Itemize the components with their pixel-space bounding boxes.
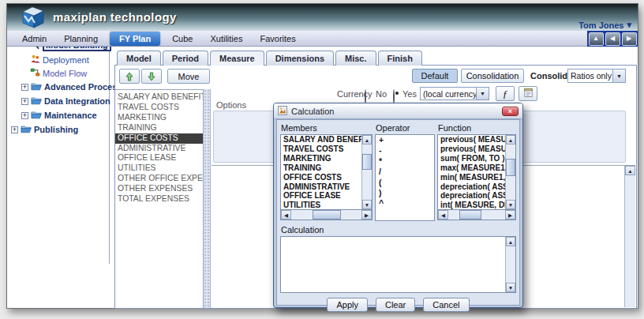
tab-model[interactable]: Model	[117, 51, 161, 66]
operator-item[interactable]: -	[376, 145, 434, 156]
scroll-up-button[interactable]: ▲	[506, 135, 515, 144]
measure-item[interactable]: TRAVEL COSTS	[115, 103, 203, 113]
member-item[interactable]: ADMINISTRATIVE	[281, 182, 361, 192]
tree-node-maintenance[interactable]: + Maintenance	[21, 110, 107, 121]
measure-item[interactable]: OTHER OFFICE EXPENSES	[115, 174, 203, 184]
measure-item[interactable]: TOTAL EXPENSES	[115, 194, 203, 205]
scroll-thumb[interactable]	[459, 210, 481, 220]
cancel-button[interactable]: Cancel	[423, 298, 469, 312]
operator-item[interactable]: )	[376, 188, 434, 198]
nav-back-button[interactable]: ◀	[605, 32, 620, 46]
menu-item-fy-plan[interactable]: FY Plan	[110, 32, 160, 46]
tree-node-advanced-processing[interactable]: + Advanced Processing	[21, 81, 107, 92]
consolidation-option-select[interactable]: Ratios only ▼	[567, 69, 626, 83]
member-item[interactable]: TRAVEL COSTS	[281, 144, 361, 154]
scroll-down-button[interactable]: ▼	[362, 200, 372, 209]
move-up-button[interactable]	[119, 69, 140, 84]
close-button[interactable]: ×	[502, 107, 519, 116]
menu-item-cube[interactable]: Cube	[163, 32, 201, 46]
tab-measure[interactable]: Measure	[210, 51, 264, 66]
currency-select[interactable]: (local currency) ▼	[420, 87, 489, 100]
measure-item[interactable]: OFFICE LEASE	[115, 153, 203, 163]
tree-node-model-flow[interactable]: Model Flow	[30, 68, 107, 78]
scroll-track[interactable]	[291, 210, 361, 220]
nav-forward-button[interactable]: ▶	[622, 32, 637, 46]
default-button[interactable]: Default	[412, 69, 458, 83]
move-down-button[interactable]	[141, 69, 162, 84]
move-button[interactable]: Move	[167, 69, 210, 84]
currency-no-label[interactable]: No	[376, 89, 387, 99]
tab-dimensions[interactable]: Dimensions	[266, 51, 334, 66]
function-vertical-scrollbar[interactable]: ▲ ▼	[505, 135, 515, 209]
user-menu[interactable]: Tom Jones ▾	[578, 20, 631, 30]
detail-scrollbar[interactable]: ▲	[624, 166, 635, 307]
function-button[interactable]: ƒ	[496, 86, 515, 101]
scroll-thumb[interactable]	[313, 210, 341, 220]
apply-button[interactable]: Apply	[327, 298, 368, 312]
tab-misc[interactable]: Misc.	[335, 51, 376, 66]
member-item[interactable]: TRAINING	[281, 163, 361, 173]
function-item[interactable]: int( MEASURE, DECIMAL_	[438, 201, 505, 210]
function-item[interactable]: min( MEASURE1, MEASURE	[438, 173, 505, 182]
notes-button[interactable]	[519, 86, 537, 101]
tab-period[interactable]: Period	[163, 51, 208, 66]
chevron-down-icon[interactable]: ▼	[476, 88, 489, 99]
members-horizontal-scrollbar[interactable]: ◀ ▶	[280, 210, 373, 220]
tree-node-publishing[interactable]: + Publishing	[11, 124, 107, 135]
scroll-right-button[interactable]: ▶	[361, 210, 372, 220]
tree-node-data-integration[interactable]: + Data Integration	[21, 96, 107, 107]
function-horizontal-scrollbar[interactable]: ◀ ▶	[437, 210, 516, 220]
member-item[interactable]: OFFICE COSTS	[281, 173, 361, 182]
members-vertical-scrollbar[interactable]: ▲ ▼	[361, 135, 372, 209]
measure-item[interactable]: TRAINING	[115, 123, 203, 133]
tree-node-deployment[interactable]: Deployment	[30, 54, 107, 65]
scroll-up-button[interactable]: ▲	[506, 237, 515, 246]
measure-item-selected[interactable]: OFFICE COSTS	[115, 133, 203, 144]
clear-button[interactable]: Clear	[376, 298, 415, 312]
scroll-thumb[interactable]	[506, 159, 515, 176]
tab-finish[interactable]: Finish	[378, 51, 422, 66]
scroll-down-button[interactable]: ▼	[506, 283, 515, 292]
function-item[interactable]: previous( MEASURE )	[438, 135, 505, 144]
function-item[interactable]: max( MEASURE1, MEASUR	[438, 163, 505, 173]
operator-item[interactable]: (	[376, 178, 434, 188]
operator-item[interactable]: +	[376, 135, 434, 145]
expand-icon[interactable]: +	[11, 126, 18, 133]
expand-icon[interactable]: +	[21, 98, 28, 105]
scroll-up-button[interactable]: ▲	[625, 166, 635, 175]
measures-list-scrollbar[interactable]	[204, 89, 211, 308]
calculation-textarea[interactable]: ▲ ▼	[280, 236, 516, 293]
scroll-left-button[interactable]: ◀	[438, 210, 448, 220]
measure-item[interactable]: ADMINISTRATIVE	[115, 144, 203, 154]
scroll-up-button[interactable]: ▲	[362, 135, 372, 144]
scroll-thumb[interactable]	[362, 154, 372, 170]
scroll-left-button[interactable]: ◀	[281, 210, 291, 220]
consolidation-button[interactable]: Consolidation	[461, 69, 524, 83]
menu-item-planning[interactable]: Planning	[55, 32, 107, 46]
chevron-down-icon[interactable]: ▼	[612, 69, 625, 82]
member-item[interactable]: MARKETING	[281, 154, 361, 163]
operator-item[interactable]: /	[376, 167, 434, 177]
expand-icon[interactable]: +	[21, 84, 28, 91]
menu-item-admin[interactable]: Admin	[13, 32, 55, 46]
dialog-titlebar[interactable]: Calculation ×	[274, 103, 522, 119]
menu-item-favorites[interactable]: Favorites	[251, 32, 304, 46]
function-item[interactable]: depreciation( ASSET, LIFE	[438, 191, 505, 201]
scroll-right-button[interactable]: ▶	[505, 210, 515, 220]
operator-item[interactable]: ^	[376, 198, 434, 208]
measure-item[interactable]: OTHER EXPENSES	[115, 184, 203, 194]
menu-item-xutilities[interactable]: Xutilities	[201, 32, 251, 46]
function-item[interactable]: sum( FROM, TO )	[438, 154, 505, 163]
operator-item[interactable]: *	[376, 156, 434, 167]
nav-up-button[interactable]: ▲	[589, 32, 604, 46]
function-item[interactable]: depreciation( ASSET, LIFE	[438, 182, 505, 192]
scroll-track[interactable]	[448, 210, 505, 220]
currency-yes-label[interactable]: Yes	[402, 89, 417, 99]
measure-item[interactable]: UTILITIES	[115, 163, 203, 174]
measure-item[interactable]: MARKETING	[115, 113, 203, 123]
scroll-down-button[interactable]: ▼	[506, 200, 515, 209]
expand-icon[interactable]: +	[21, 112, 28, 119]
function-item[interactable]: previous( MEASURE, PERIO	[438, 144, 505, 154]
measure-item[interactable]: SALARY AND BENEFITS	[115, 92, 203, 103]
member-item[interactable]: OFFICE LEASE	[281, 191, 361, 201]
